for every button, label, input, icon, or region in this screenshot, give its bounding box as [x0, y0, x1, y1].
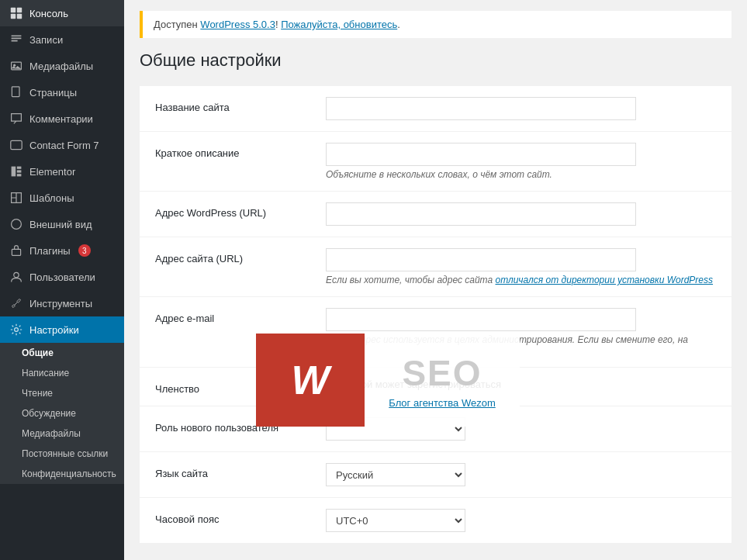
- watermark-seo: SEO: [402, 352, 482, 394]
- notice-text-after: .: [397, 19, 400, 30]
- sidebar-label-cf7: Contact Form 7: [29, 140, 99, 151]
- sidebar-label-console: Консоль: [29, 8, 68, 19]
- plugins-icon: [9, 244, 23, 258]
- svg-point-14: [14, 272, 19, 277]
- label-tagline: Краткое описание: [155, 143, 326, 159]
- label-site-url: Адрес сайта (URL): [155, 248, 326, 264]
- watermark-text-bg: SEO Блог агентства Wezom: [365, 334, 520, 427]
- submenu-item-permalinks[interactable]: Постоянные ссылки: [0, 444, 124, 464]
- svg-rect-6: [12, 87, 19, 97]
- control-wp-url: [326, 202, 716, 226]
- comments-icon: [9, 112, 23, 126]
- users-icon: [9, 270, 23, 284]
- plugins-badge: 3: [78, 244, 91, 257]
- sidebar-item-pages[interactable]: Страницы: [0, 79, 124, 105]
- svg-rect-1: [17, 8, 22, 12]
- sidebar-item-media[interactable]: Медиафайлы: [0, 53, 124, 79]
- svg-point-15: [15, 328, 19, 332]
- elementor-icon: [9, 164, 23, 178]
- label-timezone: Часовой пояс: [155, 509, 326, 525]
- submenu-item-general[interactable]: Общие: [0, 343, 124, 363]
- svg-rect-8: [12, 167, 16, 177]
- sidebar-item-elementor[interactable]: Elementor: [0, 158, 124, 185]
- field-site-name: Название сайта: [140, 86, 731, 132]
- appearance-icon: [9, 217, 23, 231]
- sidebar-item-comments[interactable]: Комментарии: [0, 105, 124, 132]
- label-site-name: Название сайта: [155, 97, 326, 113]
- svg-point-5: [13, 64, 16, 67]
- sidebar-item-tools[interactable]: Инструменты: [0, 290, 124, 316]
- svg-rect-0: [11, 8, 16, 12]
- control-site-name: [326, 97, 716, 120]
- label-email: Адрес e-mail: [155, 308, 326, 324]
- svg-rect-2: [11, 14, 16, 19]
- sidebar-item-plugins[interactable]: Плагины 3: [0, 237, 124, 264]
- input-email[interactable]: [326, 308, 636, 331]
- svg-rect-9: [17, 167, 22, 169]
- sidebar-item-settings[interactable]: Настройки: [0, 316, 124, 343]
- hint-tagline: Объясните в нескольких словах, о чём это…: [326, 169, 716, 180]
- page-title: Общие настройки: [140, 50, 731, 71]
- sidebar: Консоль Записи Медиафайлы Страницы Комме…: [0, 0, 124, 560]
- input-site-name[interactable]: [326, 97, 636, 120]
- media-icon: [9, 59, 23, 73]
- sidebar-label-appearance: Внешний вид: [29, 219, 92, 230]
- field-timezone: Часовой пояс UTC+0: [140, 498, 731, 544]
- watermark-letter: W: [291, 357, 329, 403]
- dashboard-icon: [9, 6, 23, 20]
- sidebar-label-elementor: Elementor: [29, 166, 75, 178]
- svg-rect-7: [11, 140, 22, 149]
- svg-rect-3: [17, 14, 22, 19]
- watermark-logo-bg: W: [256, 334, 365, 427]
- field-tagline: Краткое описание Объясните в нескольких …: [140, 132, 731, 192]
- sidebar-item-appearance[interactable]: Внешний вид: [0, 211, 124, 237]
- cf7-icon: [9, 138, 23, 152]
- field-wp-url: Адрес WordPress (URL): [140, 192, 731, 237]
- control-tagline: Объясните в нескольких словах, о чём это…: [326, 143, 716, 180]
- sidebar-label-plugins: Плагины: [29, 245, 71, 257]
- svg-point-12: [12, 220, 22, 230]
- hint-site-url-prefix: Если вы хотите, чтобы адрес сайта: [326, 275, 495, 285]
- tools-icon: [9, 296, 23, 310]
- submenu-item-writing[interactable]: Написание: [0, 363, 124, 383]
- settings-submenu: Общие Написание Чтение Обсуждение Медиаф…: [0, 343, 124, 484]
- sidebar-item-posts[interactable]: Записи: [0, 26, 124, 53]
- notice-wp-link[interactable]: WordPress 5.0.3: [200, 19, 275, 30]
- svg-rect-10: [17, 170, 22, 172]
- input-tagline[interactable]: [326, 143, 636, 166]
- submenu-item-media[interactable]: Медиафайлы: [0, 423, 124, 444]
- templates-icon: [9, 191, 23, 205]
- sidebar-label-templates: Шаблоны: [29, 192, 74, 204]
- sidebar-label-comments: Комментарии: [29, 113, 93, 125]
- select-lang[interactable]: Русский: [326, 463, 465, 486]
- watermark-blog: Блог агентства Wezom: [389, 397, 495, 409]
- submenu-item-reading[interactable]: Чтение: [0, 383, 124, 403]
- sidebar-label-users: Пользователи: [29, 271, 95, 283]
- svg-rect-13: [12, 249, 20, 255]
- sidebar-label-posts: Записи: [29, 34, 63, 46]
- sidebar-item-cf7[interactable]: Contact Form 7: [0, 132, 124, 158]
- control-site-url: Если вы хотите, чтобы адрес сайта отлича…: [326, 248, 716, 285]
- settings-icon: [9, 323, 23, 337]
- sidebar-item-templates[interactable]: Шаблоны: [0, 185, 124, 211]
- svg-rect-11: [17, 174, 22, 176]
- hint-site-url-link[interactable]: отличался от директории установки WordPr…: [495, 275, 713, 285]
- sidebar-item-users[interactable]: Пользователи: [0, 264, 124, 290]
- notice-text-before: Доступен: [154, 19, 200, 30]
- pages-icon: [9, 85, 23, 99]
- field-site-url: Адрес сайта (URL) Если вы хотите, чтобы …: [140, 237, 731, 297]
- notice-update-link[interactable]: Пожалуйста, обновитесь: [281, 19, 397, 30]
- sidebar-label-pages: Страницы: [29, 87, 77, 99]
- submenu-item-privacy[interactable]: Конфиденциальность: [0, 464, 124, 484]
- sidebar-label-settings: Настройки: [29, 324, 79, 336]
- input-wp-url[interactable]: [326, 202, 636, 226]
- select-timezone[interactable]: UTC+0: [326, 509, 465, 532]
- settings-form: Название сайта Краткое описание Объяснит…: [140, 86, 731, 544]
- main-content: Доступен WordPress 5.0.3! Пожалуйста, об…: [124, 0, 747, 560]
- sidebar-item-console[interactable]: Консоль: [0, 0, 124, 26]
- sidebar-label-media: Медиафайлы: [29, 60, 93, 72]
- input-site-url[interactable]: [326, 248, 636, 271]
- control-lang: Русский: [326, 463, 716, 486]
- update-notice: Доступен WordPress 5.0.3! Пожалуйста, об…: [140, 11, 731, 38]
- submenu-item-discussion[interactable]: Обсуждение: [0, 403, 124, 423]
